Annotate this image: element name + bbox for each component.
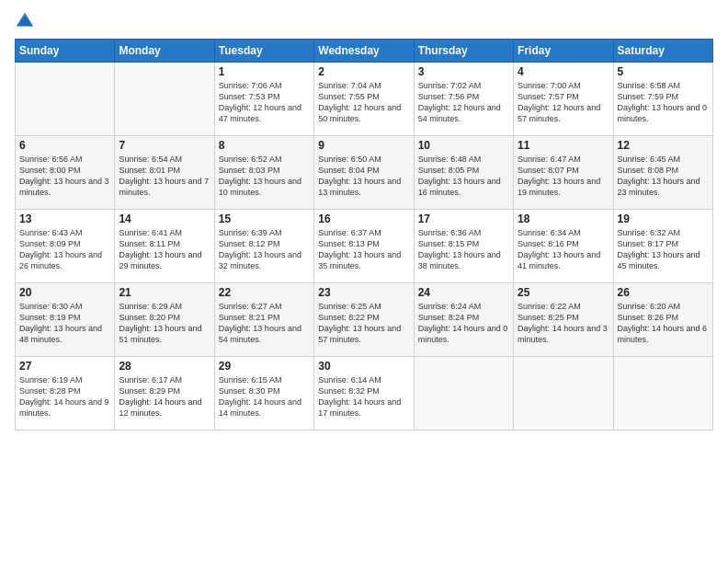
- calendar-cell: 26Sunrise: 6:20 AM Sunset: 8:26 PM Dayli…: [613, 283, 712, 357]
- day-number: 20: [19, 286, 110, 299]
- day-info: Sunrise: 6:39 AM Sunset: 8:12 PM Dayligh…: [219, 227, 310, 272]
- calendar-cell: 13Sunrise: 6:43 AM Sunset: 8:09 PM Dayli…: [16, 210, 115, 283]
- calendar-cell: [115, 63, 214, 136]
- day-info: Sunrise: 6:15 AM Sunset: 8:30 PM Dayligh…: [219, 374, 310, 419]
- day-info: Sunrise: 6:17 AM Sunset: 8:29 PM Dayligh…: [119, 374, 210, 419]
- day-info: Sunrise: 6:14 AM Sunset: 8:32 PM Dayligh…: [318, 374, 409, 419]
- calendar-cell: 7Sunrise: 6:54 AM Sunset: 8:01 PM Daylig…: [115, 136, 214, 210]
- day-info: Sunrise: 6:37 AM Sunset: 8:13 PM Dayligh…: [318, 227, 409, 272]
- day-number: 4: [518, 65, 609, 78]
- calendar-cell: 12Sunrise: 6:45 AM Sunset: 8:08 PM Dayli…: [613, 136, 712, 210]
- day-info: Sunrise: 6:47 AM Sunset: 8:07 PM Dayligh…: [518, 154, 609, 199]
- day-info: Sunrise: 6:52 AM Sunset: 8:03 PM Dayligh…: [219, 154, 310, 199]
- calendar-cell: 2Sunrise: 7:04 AM Sunset: 7:55 PM Daylig…: [314, 63, 414, 136]
- day-info: Sunrise: 6:34 AM Sunset: 8:16 PM Dayligh…: [518, 227, 609, 272]
- day-info: Sunrise: 6:22 AM Sunset: 8:25 PM Dayligh…: [518, 301, 609, 346]
- calendar-cell: 23Sunrise: 6:25 AM Sunset: 8:22 PM Dayli…: [314, 283, 414, 357]
- calendar-cell: 22Sunrise: 6:27 AM Sunset: 8:21 PM Dayli…: [214, 283, 313, 357]
- day-info: Sunrise: 6:48 AM Sunset: 8:05 PM Dayligh…: [418, 154, 509, 199]
- day-number: 18: [518, 213, 609, 225]
- day-info: Sunrise: 6:25 AM Sunset: 8:22 PM Dayligh…: [318, 301, 409, 346]
- day-info: Sunrise: 6:32 AM Sunset: 8:17 PM Dayligh…: [618, 227, 709, 272]
- calendar-cell: 20Sunrise: 6:30 AM Sunset: 8:19 PM Dayli…: [16, 283, 115, 357]
- calendar-week-row: 1Sunrise: 7:06 AM Sunset: 7:53 PM Daylig…: [16, 63, 713, 136]
- day-number: 6: [19, 139, 110, 152]
- day-info: Sunrise: 6:24 AM Sunset: 8:24 PM Dayligh…: [418, 301, 509, 346]
- weekday-header-tuesday: Tuesday: [214, 40, 313, 63]
- day-info: Sunrise: 7:00 AM Sunset: 7:57 PM Dayligh…: [518, 80, 609, 125]
- day-number: 12: [618, 139, 709, 152]
- day-info: Sunrise: 6:41 AM Sunset: 8:11 PM Dayligh…: [119, 227, 210, 272]
- weekday-header-saturday: Saturday: [613, 40, 712, 63]
- weekday-header-thursday: Thursday: [414, 40, 513, 63]
- day-number: 30: [318, 360, 409, 373]
- calendar-week-row: 27Sunrise: 6:19 AM Sunset: 8:28 PM Dayli…: [16, 357, 713, 431]
- day-number: 15: [219, 213, 310, 225]
- day-number: 25: [518, 286, 609, 299]
- calendar-cell: 27Sunrise: 6:19 AM Sunset: 8:28 PM Dayli…: [16, 357, 115, 431]
- calendar-cell: 6Sunrise: 6:56 AM Sunset: 8:00 PM Daylig…: [16, 136, 115, 210]
- calendar-cell: [16, 63, 115, 136]
- calendar-cell: 14Sunrise: 6:41 AM Sunset: 8:11 PM Dayli…: [115, 210, 214, 283]
- logo: [15, 9, 35, 31]
- day-number: 16: [318, 213, 409, 225]
- day-info: Sunrise: 7:04 AM Sunset: 7:55 PM Dayligh…: [318, 80, 409, 125]
- calendar-cell: 5Sunrise: 6:58 AM Sunset: 7:59 PM Daylig…: [613, 63, 712, 136]
- page: SundayMondayTuesdayWednesdayThursdayFrid…: [0, 0, 728, 563]
- calendar-cell: [414, 357, 513, 431]
- calendar-cell: 4Sunrise: 7:00 AM Sunset: 7:57 PM Daylig…: [514, 63, 613, 136]
- day-number: 29: [219, 360, 310, 373]
- weekday-header-wednesday: Wednesday: [314, 40, 414, 63]
- day-info: Sunrise: 6:50 AM Sunset: 8:04 PM Dayligh…: [318, 154, 409, 199]
- day-info: Sunrise: 6:54 AM Sunset: 8:01 PM Dayligh…: [119, 154, 210, 199]
- day-number: 11: [518, 139, 609, 152]
- calendar-cell: 30Sunrise: 6:14 AM Sunset: 8:32 PM Dayli…: [314, 357, 414, 431]
- calendar-cell: 17Sunrise: 6:36 AM Sunset: 8:15 PM Dayli…: [414, 210, 513, 283]
- day-info: Sunrise: 6:20 AM Sunset: 8:26 PM Dayligh…: [618, 301, 709, 346]
- calendar-cell: 18Sunrise: 6:34 AM Sunset: 8:16 PM Dayli…: [514, 210, 613, 283]
- day-info: Sunrise: 7:06 AM Sunset: 7:53 PM Dayligh…: [219, 80, 310, 125]
- day-number: 14: [119, 213, 210, 225]
- day-number: 21: [119, 286, 210, 299]
- day-number: 7: [119, 139, 210, 152]
- day-info: Sunrise: 6:27 AM Sunset: 8:21 PM Dayligh…: [219, 301, 310, 346]
- header: [15, 9, 713, 31]
- calendar-cell: 24Sunrise: 6:24 AM Sunset: 8:24 PM Dayli…: [414, 283, 513, 357]
- calendar-week-row: 6Sunrise: 6:56 AM Sunset: 8:00 PM Daylig…: [16, 136, 713, 210]
- calendar-week-row: 20Sunrise: 6:30 AM Sunset: 8:19 PM Dayli…: [16, 283, 713, 357]
- calendar-cell: 19Sunrise: 6:32 AM Sunset: 8:17 PM Dayli…: [613, 210, 712, 283]
- day-number: 22: [219, 286, 310, 299]
- day-number: 19: [618, 213, 709, 225]
- logo-icon: [15, 11, 35, 31]
- day-info: Sunrise: 6:29 AM Sunset: 8:20 PM Dayligh…: [119, 301, 210, 346]
- day-number: 23: [318, 286, 409, 299]
- day-number: 28: [119, 360, 210, 373]
- day-number: 27: [19, 360, 110, 373]
- calendar-cell: [514, 357, 613, 431]
- calendar-cell: 10Sunrise: 6:48 AM Sunset: 8:05 PM Dayli…: [414, 136, 513, 210]
- weekday-header-sunday: Sunday: [16, 40, 115, 63]
- day-number: 1: [219, 65, 310, 78]
- day-number: 2: [318, 65, 409, 78]
- day-number: 5: [618, 65, 709, 78]
- day-info: Sunrise: 6:30 AM Sunset: 8:19 PM Dayligh…: [19, 301, 110, 346]
- day-info: Sunrise: 6:43 AM Sunset: 8:09 PM Dayligh…: [19, 227, 110, 272]
- day-number: 13: [19, 213, 110, 225]
- weekday-header-monday: Monday: [115, 40, 214, 63]
- weekday-header-row: SundayMondayTuesdayWednesdayThursdayFrid…: [16, 40, 713, 63]
- calendar-cell: 8Sunrise: 6:52 AM Sunset: 8:03 PM Daylig…: [214, 136, 313, 210]
- calendar-cell: 9Sunrise: 6:50 AM Sunset: 8:04 PM Daylig…: [314, 136, 414, 210]
- calendar-cell: 25Sunrise: 6:22 AM Sunset: 8:25 PM Dayli…: [514, 283, 613, 357]
- calendar-cell: [613, 357, 712, 431]
- day-info: Sunrise: 6:36 AM Sunset: 8:15 PM Dayligh…: [418, 227, 509, 272]
- day-info: Sunrise: 6:56 AM Sunset: 8:00 PM Dayligh…: [19, 154, 110, 199]
- day-number: 3: [418, 65, 509, 78]
- calendar-cell: 1Sunrise: 7:06 AM Sunset: 7:53 PM Daylig…: [214, 63, 313, 136]
- day-number: 24: [418, 286, 509, 299]
- calendar-week-row: 13Sunrise: 6:43 AM Sunset: 8:09 PM Dayli…: [16, 210, 713, 283]
- day-info: Sunrise: 6:45 AM Sunset: 8:08 PM Dayligh…: [618, 154, 709, 199]
- calendar-cell: 29Sunrise: 6:15 AM Sunset: 8:30 PM Dayli…: [214, 357, 313, 431]
- weekday-header-friday: Friday: [514, 40, 613, 63]
- day-number: 9: [318, 139, 409, 152]
- day-info: Sunrise: 6:19 AM Sunset: 8:28 PM Dayligh…: [19, 374, 110, 419]
